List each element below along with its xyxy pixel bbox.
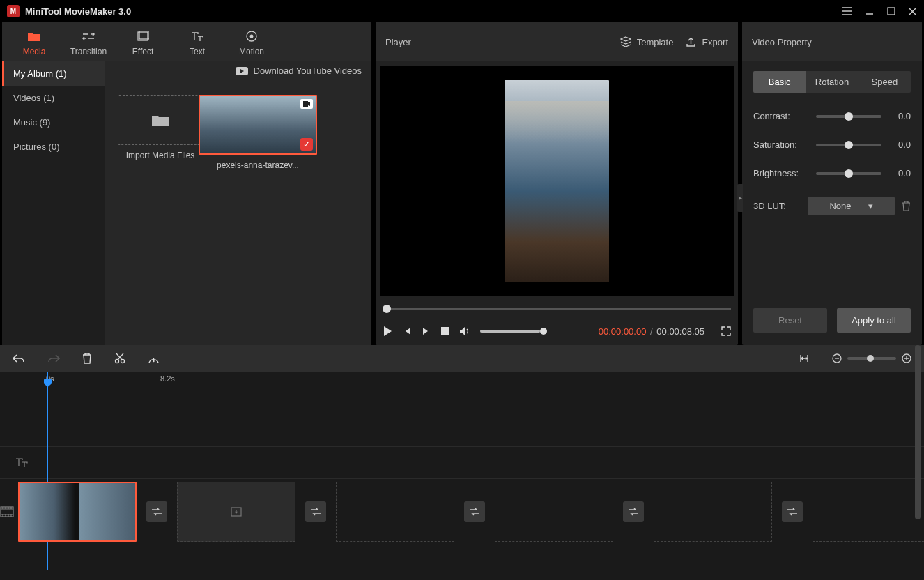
timeline-scrollbar[interactable] xyxy=(915,345,921,544)
volume-slider[interactable] xyxy=(480,330,547,333)
template-button[interactable]: Template xyxy=(620,36,674,47)
motion-icon xyxy=(245,30,258,43)
empty-clip-slot[interactable] xyxy=(336,482,454,542)
contrast-row: Contrast: 0.0 xyxy=(753,111,911,121)
zoom-slider[interactable] xyxy=(847,357,896,360)
next-frame-button[interactable] xyxy=(422,326,431,336)
tab-media[interactable]: Media xyxy=(8,25,61,61)
transition-slot[interactable] xyxy=(464,501,485,522)
zoom-in-button[interactable] xyxy=(902,353,911,363)
folder-icon xyxy=(27,30,41,43)
tab-motion[interactable]: Motion xyxy=(225,25,278,61)
preview-area xyxy=(380,66,734,296)
sidebar-item-pictures[interactable]: Pictures (0) xyxy=(2,135,105,159)
scrub-bar[interactable] xyxy=(383,302,731,316)
player-title: Player xyxy=(385,37,411,47)
stop-button[interactable] xyxy=(441,327,449,335)
fullscreen-icon[interactable] xyxy=(721,326,731,336)
clip-thumbnail[interactable]: ✓ xyxy=(199,95,317,155)
speed-button[interactable] xyxy=(148,353,160,364)
video-icon xyxy=(300,99,313,109)
sidebar-item-music[interactable]: Music (9) xyxy=(2,110,105,135)
transition-icon xyxy=(82,30,95,43)
effect-icon xyxy=(137,30,149,43)
export-button[interactable]: Export xyxy=(686,37,728,47)
lut-dropdown[interactable]: None ▾ xyxy=(808,197,895,215)
collapse-handle[interactable]: ▸ xyxy=(737,184,743,212)
tab-text-label: Text xyxy=(190,47,205,56)
titlebar: M MiniTool MovieMaker 3.0 xyxy=(0,0,924,22)
trash-icon[interactable] xyxy=(902,201,911,211)
zoom-out-button[interactable] xyxy=(832,353,842,363)
import-media-slot[interactable]: Import Media Files xyxy=(118,95,203,170)
sidebar-item-videos[interactable]: Videos (1) xyxy=(2,86,105,110)
undo-button[interactable] xyxy=(13,353,25,363)
add-clip-slot[interactable] xyxy=(177,482,295,542)
contrast-label: Contrast: xyxy=(753,111,808,121)
timeline-ruler[interactable]: 0s 8.2s xyxy=(43,372,924,388)
brightness-row: Brightness: 0.0 xyxy=(753,168,911,178)
minimize-icon[interactable] xyxy=(865,6,875,16)
track-overlay xyxy=(0,388,924,447)
tab-basic[interactable]: Basic xyxy=(753,71,806,93)
tab-text[interactable]: Text xyxy=(171,25,224,61)
play-button[interactable] xyxy=(383,326,392,337)
delete-button[interactable] xyxy=(82,353,92,364)
sidebar-item-album[interactable]: My Album (1) xyxy=(2,61,105,86)
brightness-slider[interactable] xyxy=(816,172,881,175)
empty-clip-slot[interactable] xyxy=(654,482,772,542)
lut-value: None xyxy=(829,201,851,211)
tab-rotation[interactable]: Rotation xyxy=(806,71,858,93)
saturation-slider[interactable] xyxy=(816,144,881,146)
prev-frame-button[interactable] xyxy=(402,326,412,336)
fit-button[interactable] xyxy=(799,353,810,363)
maximize-icon[interactable] xyxy=(887,7,895,15)
zoom-control xyxy=(832,353,911,363)
media-panel: Media Transition Effect Text Motion My A… xyxy=(2,22,371,345)
split-button[interactable] xyxy=(114,353,125,364)
redo-button[interactable] xyxy=(47,353,60,363)
volume-icon[interactable] xyxy=(459,326,470,336)
template-icon xyxy=(620,36,631,47)
reset-button[interactable]: Reset xyxy=(753,308,827,333)
tab-effect[interactable]: Effect xyxy=(116,25,169,61)
template-label: Template xyxy=(637,37,674,47)
import-dropzone[interactable] xyxy=(118,95,203,145)
ruler-tick-1: 8.2s xyxy=(160,374,175,383)
total-time: 00:00:08.05 xyxy=(656,326,704,337)
timeline-clip[interactable] xyxy=(18,482,137,542)
selected-check-icon: ✓ xyxy=(300,138,313,151)
download-youtube-link[interactable]: Download YouTube Videos xyxy=(236,66,362,76)
tab-transition[interactable]: Transition xyxy=(62,25,115,61)
tab-speed[interactable]: Speed xyxy=(858,71,911,93)
transition-slot[interactable] xyxy=(305,501,326,522)
contrast-slider[interactable] xyxy=(816,115,881,118)
transition-slot[interactable] xyxy=(623,501,644,522)
properties-title: Video Property xyxy=(752,37,812,47)
apply-all-button[interactable]: Apply to all xyxy=(837,308,911,333)
contrast-value: 0.0 xyxy=(890,111,911,121)
empty-clip-slot[interactable] xyxy=(813,482,924,542)
media-sidebar: My Album (1) Videos (1) Music (9) Pictur… xyxy=(2,61,105,345)
saturation-row: Saturation: 0.0 xyxy=(753,139,911,150)
empty-clip-slot[interactable] xyxy=(495,482,613,542)
media-clip-item[interactable]: ✓ pexels-anna-tarazev... xyxy=(215,95,300,170)
text-icon xyxy=(190,30,204,43)
svg-rect-6 xyxy=(303,101,308,107)
saturation-label: Saturation: xyxy=(753,139,808,150)
transition-slot[interactable] xyxy=(782,501,803,522)
video-lane[interactable] xyxy=(14,479,924,544)
export-icon xyxy=(686,37,696,47)
timeline-toolbar xyxy=(0,345,924,372)
svg-point-8 xyxy=(116,360,119,363)
tab-media-label: Media xyxy=(23,47,46,56)
player-panel: Player Template Export 00:00:0 xyxy=(376,22,738,345)
close-icon[interactable] xyxy=(908,7,917,16)
svg-point-10 xyxy=(153,360,154,361)
timecode: 00:00:00.00 / 00:00:08.05 xyxy=(599,326,704,337)
transition-slot[interactable] xyxy=(146,501,167,522)
properties-header: Video Property xyxy=(742,22,922,61)
lut-row: 3D LUT: None ▾ xyxy=(753,197,911,215)
tab-effect-label: Effect xyxy=(132,47,153,56)
hamburger-menu-icon[interactable] xyxy=(841,6,852,16)
